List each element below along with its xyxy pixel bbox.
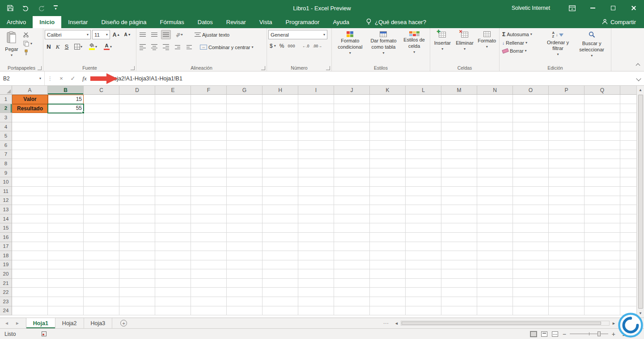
cell-g22[interactable] — [227, 288, 263, 297]
cell-l11[interactable] — [406, 187, 441, 196]
cell-h14[interactable] — [263, 214, 298, 224]
tab-inicio[interactable]: Inicio — [33, 16, 61, 28]
increase-font-icon[interactable]: A▲ — [111, 30, 121, 39]
cell-o14[interactable] — [513, 214, 549, 224]
cell-n13[interactable] — [477, 205, 513, 214]
cell-o20[interactable] — [513, 269, 549, 279]
cell-i12[interactable] — [298, 196, 334, 205]
cell-i3[interactable] — [298, 113, 334, 122]
cell-g10[interactable] — [227, 177, 263, 187]
cell-a16[interactable] — [12, 233, 48, 242]
cell-k24[interactable] — [370, 306, 406, 316]
cell-a13[interactable] — [12, 205, 48, 214]
cell-o16[interactable] — [513, 233, 549, 242]
cell-k9[interactable] — [370, 168, 406, 178]
cell-m21[interactable] — [441, 279, 477, 288]
cell-f4[interactable] — [191, 122, 227, 132]
format-as-table-button[interactable]: Dar formato como tabla ▾ — [367, 30, 400, 64]
cell-p8[interactable] — [549, 159, 585, 168]
column-header-f[interactable]: F — [191, 86, 227, 95]
new-sheet-icon[interactable]: + — [120, 320, 127, 326]
cut-button[interactable] — [22, 32, 34, 38]
align-center-icon[interactable] — [149, 42, 159, 52]
cell-p14[interactable] — [549, 214, 585, 224]
cell-c21[interactable] — [84, 279, 119, 288]
cell-h24[interactable] — [263, 306, 298, 316]
zoom-out-icon[interactable]: − — [563, 331, 566, 337]
cell-f7[interactable] — [191, 150, 227, 159]
cell-p9[interactable] — [549, 168, 585, 178]
cell-l1[interactable] — [406, 95, 441, 104]
cell-n2[interactable] — [477, 104, 513, 113]
borders-button[interactable]: ▾ — [72, 42, 85, 51]
cell-i21[interactable] — [298, 279, 334, 288]
cell-m12[interactable] — [441, 196, 477, 205]
cell-h20[interactable] — [263, 269, 298, 279]
cell-h6[interactable] — [263, 141, 298, 150]
cell-o15[interactable] — [513, 223, 549, 233]
cell-m1[interactable] — [441, 95, 477, 104]
cell-l15[interactable] — [406, 223, 441, 233]
cell-o1[interactable] — [513, 95, 549, 104]
row-header-4[interactable]: 4 — [0, 122, 12, 132]
fill-color-button[interactable]: ▾ — [86, 42, 100, 51]
cell-g1[interactable] — [227, 95, 263, 104]
cell-m6[interactable] — [441, 141, 477, 150]
cell-j15[interactable] — [334, 223, 370, 233]
cell-o17[interactable] — [513, 242, 549, 251]
cell-i9[interactable] — [298, 168, 334, 178]
cell-h5[interactable] — [263, 131, 298, 141]
cell-q18[interactable] — [585, 251, 620, 260]
cell-a3[interactable] — [12, 113, 48, 122]
sheet-tab-hoja1[interactable]: Hoja1 — [26, 318, 55, 328]
find-select-button[interactable]: Buscar y seleccionar ▾ — [574, 30, 610, 64]
cell-d1[interactable] — [119, 95, 155, 104]
cell-c14[interactable] — [84, 214, 119, 224]
cell-b8[interactable] — [48, 159, 84, 168]
cell-o21[interactable] — [513, 279, 549, 288]
cell-l14[interactable] — [406, 214, 441, 224]
cell-q4[interactable] — [585, 122, 620, 132]
tab-formulas[interactable]: Fórmulas — [153, 16, 191, 28]
wrap-text-button[interactable]: Ajustar texto — [193, 32, 231, 38]
cell-n19[interactable] — [477, 260, 513, 270]
cell-c13[interactable] — [84, 205, 119, 214]
insert-cells-button[interactable]: ✚ Insertar ▾ — [432, 30, 453, 64]
cell-d12[interactable] — [119, 196, 155, 205]
cell-f6[interactable] — [191, 141, 227, 150]
cell-i23[interactable] — [298, 297, 334, 306]
cell-h21[interactable] — [263, 279, 298, 288]
cell-n15[interactable] — [477, 223, 513, 233]
cell-p20[interactable] — [549, 269, 585, 279]
row-header-8[interactable]: 8 — [0, 159, 12, 168]
cell-f1[interactable] — [191, 95, 227, 104]
cell-e11[interactable] — [155, 187, 191, 196]
cell-c9[interactable] — [84, 168, 119, 178]
column-header-p[interactable]: P — [549, 86, 585, 95]
cell-n4[interactable] — [477, 122, 513, 132]
name-box[interactable]: B2 ▾ — [0, 71, 45, 85]
row-header-24[interactable]: 24 — [0, 306, 12, 316]
row-header-21[interactable]: 21 — [0, 279, 12, 288]
cell-p22[interactable] — [549, 288, 585, 297]
cell-g13[interactable] — [227, 205, 263, 214]
cell-p16[interactable] — [549, 233, 585, 242]
cell-e8[interactable] — [155, 159, 191, 168]
cell-l21[interactable] — [406, 279, 441, 288]
formula-bar-expand-icon[interactable] — [636, 76, 641, 81]
normal-view-icon[interactable] — [530, 331, 537, 337]
cell-c7[interactable] — [84, 150, 119, 159]
cell-q6[interactable] — [585, 141, 620, 150]
cell-e2[interactable] — [155, 104, 191, 113]
cell-a24[interactable] — [12, 306, 48, 316]
cell-o4[interactable] — [513, 122, 549, 132]
cell-d6[interactable] — [119, 141, 155, 150]
row-header-13[interactable]: 13 — [0, 205, 12, 214]
alignment-dialog-launcher[interactable] — [261, 66, 265, 70]
cell-l2[interactable] — [406, 104, 441, 113]
horizontal-scrollbar[interactable]: ◄ ► — [392, 321, 618, 326]
row-header-3[interactable]: 3 — [0, 113, 12, 122]
cell-e7[interactable] — [155, 150, 191, 159]
next-sheet-icon[interactable]: ► — [15, 321, 20, 326]
cell-e9[interactable] — [155, 168, 191, 178]
